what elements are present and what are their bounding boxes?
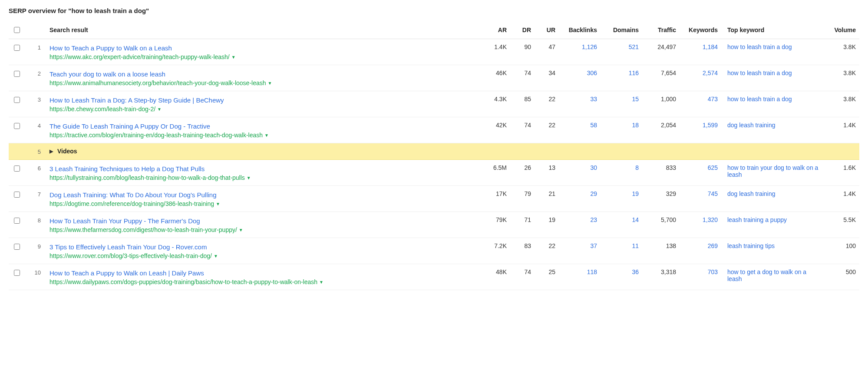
cell-ur: 47 bbox=[535, 39, 559, 65]
cell-top-keyword[interactable]: leash training tips bbox=[721, 238, 822, 264]
result-url-link[interactable]: https://www.dailypaws.com/dogs-puppies/d… bbox=[50, 278, 317, 285]
cell-backlinks[interactable]: 30 bbox=[559, 160, 601, 186]
row-position: 1 bbox=[26, 39, 46, 65]
cell-keywords[interactable]: 625 bbox=[680, 160, 721, 186]
cell-domains[interactable]: 11 bbox=[601, 238, 642, 264]
cell-domains[interactable]: 15 bbox=[601, 91, 642, 117]
caret-down-icon[interactable]: ▼ bbox=[157, 107, 162, 112]
result-title-link[interactable]: The Guide To Leash Training A Puppy Or D… bbox=[50, 122, 474, 131]
result-title-link[interactable]: 3 Leash Training Techniques to Help a Do… bbox=[50, 164, 474, 173]
row-checkbox[interactable] bbox=[14, 123, 20, 129]
cell-top-keyword[interactable]: dog leash training bbox=[721, 186, 822, 212]
cell-domains[interactable]: 18 bbox=[601, 117, 642, 143]
caret-down-icon[interactable]: ▼ bbox=[247, 175, 251, 180]
cell-ar: 7.2K bbox=[477, 238, 510, 264]
cell-backlinks[interactable]: 1,126 bbox=[559, 39, 601, 65]
cell-top-keyword[interactable]: how to leash train a dog bbox=[721, 39, 822, 65]
cell-dr: 79 bbox=[510, 186, 535, 212]
cell-traffic: 7,654 bbox=[642, 65, 680, 91]
row-position: 3 bbox=[26, 91, 46, 117]
cell-top-keyword[interactable]: how to get a dog to walk on a leash bbox=[721, 264, 822, 290]
cell-backlinks[interactable]: 23 bbox=[559, 212, 601, 238]
caret-down-icon[interactable]: ▼ bbox=[216, 202, 220, 206]
cell-dr: 26 bbox=[510, 160, 535, 186]
cell-top-keyword[interactable]: dog leash training bbox=[721, 117, 822, 143]
cell-ar: 6.5M bbox=[477, 160, 510, 186]
caret-down-icon[interactable]: ▼ bbox=[239, 228, 243, 232]
cell-backlinks[interactable]: 58 bbox=[559, 117, 601, 143]
caret-down-icon[interactable]: ▼ bbox=[264, 133, 269, 138]
row-position: 9 bbox=[26, 238, 46, 264]
result-title-link[interactable]: How to Leash Train a Dog: A Step-by Step… bbox=[50, 96, 474, 105]
col-dr: DR bbox=[510, 21, 535, 39]
result-url-link[interactable]: https://tullystraining.com/blog/leash-tr… bbox=[50, 174, 245, 181]
cell-traffic: 329 bbox=[642, 186, 680, 212]
result-url-link[interactable]: https://www.animalhumanesociety.org/beha… bbox=[50, 79, 266, 86]
cell-domains[interactable]: 14 bbox=[601, 212, 642, 238]
row-checkbox[interactable] bbox=[14, 192, 20, 198]
cell-keywords[interactable]: 1,184 bbox=[680, 39, 721, 65]
cell-keywords[interactable]: 703 bbox=[680, 264, 721, 290]
cell-backlinks[interactable]: 37 bbox=[559, 238, 601, 264]
col-top-keyword: Top keyword bbox=[721, 21, 822, 39]
cell-traffic: 833 bbox=[642, 160, 680, 186]
table-row: 4The Guide To Leash Training A Puppy Or … bbox=[9, 117, 859, 143]
cell-keywords[interactable]: 2,574 bbox=[680, 65, 721, 91]
cell-domains[interactable]: 521 bbox=[601, 39, 642, 65]
col-ar: AR bbox=[477, 21, 510, 39]
cell-backlinks[interactable]: 33 bbox=[559, 91, 601, 117]
cell-backlinks[interactable]: 29 bbox=[559, 186, 601, 212]
select-all-checkbox[interactable] bbox=[14, 27, 20, 33]
cell-ur: 19 bbox=[535, 212, 559, 238]
cell-domains[interactable]: 8 bbox=[601, 160, 642, 186]
cell-keywords[interactable]: 1,599 bbox=[680, 117, 721, 143]
result-title-link[interactable]: How to Teach a Puppy to Walk on Leash | … bbox=[50, 268, 474, 278]
cell-keywords[interactable]: 473 bbox=[680, 91, 721, 117]
col-ur: UR bbox=[535, 21, 559, 39]
cell-top-keyword[interactable]: how to leash train a dog bbox=[721, 65, 822, 91]
result-url-link[interactable]: https://www.thefarmersdog.com/digest/how… bbox=[50, 226, 237, 233]
cell-keywords[interactable]: 269 bbox=[680, 238, 721, 264]
cell-top-keyword[interactable]: leash training a puppy bbox=[721, 212, 822, 238]
cell-volume: 100 bbox=[822, 238, 859, 264]
result-title-link[interactable]: How to Teach a Puppy to Walk on a Leash bbox=[50, 43, 474, 53]
cell-top-keyword[interactable]: how to leash train a dog bbox=[721, 91, 822, 117]
videos-label: Videos bbox=[57, 148, 77, 155]
result-title-link[interactable]: Dog Leash Training: What To Do About You… bbox=[50, 190, 474, 199]
cell-ar: 42K bbox=[477, 117, 510, 143]
row-checkbox[interactable] bbox=[14, 218, 20, 224]
result-url-link[interactable]: https://tractive.com/blog/en/training-en… bbox=[50, 132, 263, 139]
cell-volume: 3.8K bbox=[822, 65, 859, 91]
cell-domains[interactable]: 116 bbox=[601, 65, 642, 91]
cell-domains[interactable]: 36 bbox=[601, 264, 642, 290]
result-url-link[interactable]: https://be.chewy.com/leash-train-dog-2/ bbox=[50, 106, 155, 113]
cell-keywords[interactable]: 745 bbox=[680, 186, 721, 212]
cell-top-keyword[interactable]: how to train your dog to walk on a leash bbox=[721, 160, 822, 186]
cell-backlinks[interactable]: 306 bbox=[559, 65, 601, 91]
cell-traffic: 2,054 bbox=[642, 117, 680, 143]
cell-domains[interactable]: 19 bbox=[601, 186, 642, 212]
result-title-link[interactable]: 3 Tips to Effectively Leash Train Your D… bbox=[50, 242, 474, 252]
row-checkbox[interactable] bbox=[14, 270, 20, 276]
caret-down-icon[interactable]: ▼ bbox=[319, 280, 323, 285]
cell-traffic: 3,318 bbox=[642, 264, 680, 290]
row-checkbox[interactable] bbox=[14, 71, 20, 77]
caret-down-icon[interactable]: ▼ bbox=[268, 81, 272, 86]
row-checkbox[interactable] bbox=[14, 45, 20, 51]
result-title-link[interactable]: Teach your dog to walk on a loose leash bbox=[50, 70, 474, 79]
result-url-link[interactable]: https://dogtime.com/reference/dog-traini… bbox=[50, 200, 214, 207]
row-checkbox[interactable] bbox=[14, 97, 20, 103]
cell-keywords[interactable]: 1,320 bbox=[680, 212, 721, 238]
cell-dr: 71 bbox=[510, 212, 535, 238]
result-url-link[interactable]: https://www.akc.org/expert-advice/traini… bbox=[50, 53, 230, 60]
result-title-link[interactable]: How To Leash Train Your Puppy - The Farm… bbox=[50, 216, 474, 225]
caret-down-icon[interactable]: ▼ bbox=[214, 254, 218, 258]
videos-toggle[interactable]: ▶Videos bbox=[50, 148, 856, 155]
caret-down-icon[interactable]: ▼ bbox=[231, 55, 236, 60]
row-position: 4 bbox=[26, 117, 46, 143]
cell-backlinks[interactable]: 118 bbox=[559, 264, 601, 290]
row-checkbox[interactable] bbox=[14, 165, 20, 172]
row-checkbox[interactable] bbox=[14, 244, 20, 250]
cell-ur: 22 bbox=[535, 238, 559, 264]
result-url-link[interactable]: https://www.rover.com/blog/3-tips-effect… bbox=[50, 252, 212, 259]
